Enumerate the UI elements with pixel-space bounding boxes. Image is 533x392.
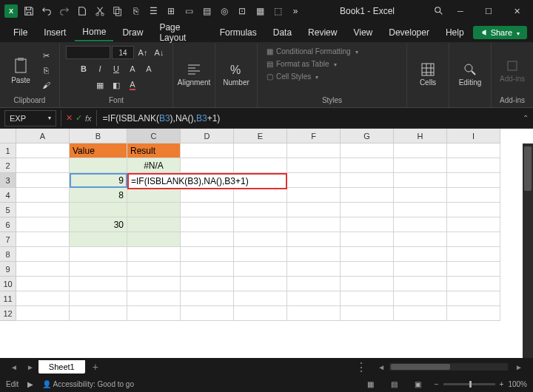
macro-icon[interactable]: ▶ (27, 380, 33, 388)
accessibility-status[interactable]: 👤 Accessibility: Good to go (42, 380, 134, 388)
cut-button[interactable]: ✂ (38, 49, 53, 62)
cell-g1[interactable] (341, 143, 394, 158)
zoom-slider[interactable] (443, 383, 495, 385)
cell-b6[interactable]: 30 (70, 217, 127, 232)
column-header-e[interactable]: E (234, 129, 287, 143)
cell-i5[interactable] (447, 203, 500, 217)
close-button[interactable]: ✕ (503, 1, 530, 21)
cell-h6[interactable] (394, 217, 447, 232)
font-style-a2[interactable]: A (141, 62, 156, 75)
cell-h12[interactable] (394, 306, 447, 321)
cell-e5[interactable] (234, 203, 287, 217)
cell-g3[interactable] (341, 173, 394, 188)
name-box[interactable]: EXP▾ (4, 110, 56, 126)
qat-btn-13[interactable]: ◎ (216, 3, 232, 19)
expand-formula-bar-button[interactable]: ⌃ (518, 114, 533, 122)
cell-d11[interactable] (181, 291, 234, 306)
fx-button[interactable]: fx (85, 114, 92, 123)
row-header-1[interactable]: 1 (0, 143, 16, 158)
select-all-corner[interactable] (0, 129, 16, 143)
cell-h11[interactable] (394, 291, 447, 306)
qat-btn-10[interactable]: ⊞ (163, 3, 179, 19)
column-header-i[interactable]: I (447, 129, 500, 143)
share-button[interactable]: Share (473, 26, 527, 39)
row-header-3[interactable]: 3 (0, 173, 16, 188)
cell-i9[interactable] (447, 262, 500, 277)
cell-d9[interactable] (181, 262, 234, 277)
cell-i3[interactable] (447, 173, 500, 188)
cell-i12[interactable] (447, 306, 500, 321)
cell-f5[interactable] (287, 203, 341, 217)
hscroll-left[interactable]: ◄ (373, 363, 389, 371)
format-as-table-button[interactable]: ▤ Format as Table (264, 58, 340, 70)
minimize-button[interactable]: ─ (447, 1, 474, 21)
decrease-font-button[interactable]: A↓ (152, 46, 167, 59)
cell-e9[interactable] (234, 262, 287, 277)
cell-c9[interactable] (127, 262, 181, 277)
zoom-in-button[interactable]: + (500, 380, 504, 388)
cell-d7[interactable] (181, 232, 234, 247)
cell-c11[interactable] (127, 291, 181, 306)
cells-button[interactable]: Cells (413, 53, 443, 97)
cell-c5[interactable] (127, 203, 181, 217)
cell-b10[interactable] (70, 277, 127, 291)
page-layout-view-button[interactable]: ▤ (387, 378, 402, 390)
cell-e4[interactable] (234, 188, 287, 203)
cell-h9[interactable] (394, 262, 447, 277)
column-header-f[interactable]: F (287, 129, 341, 143)
cut-icon[interactable] (92, 3, 108, 19)
column-header-c[interactable]: C (127, 129, 181, 143)
menu-page-layout[interactable]: Page Layout (152, 19, 210, 46)
redo-icon[interactable] (56, 3, 73, 19)
cell-h8[interactable] (394, 247, 447, 262)
cell-f10[interactable] (287, 277, 341, 291)
cell-g9[interactable] (341, 262, 394, 277)
sheet-nav-left[interactable]: ◄ (6, 363, 22, 371)
cell-i7[interactable] (447, 232, 500, 247)
row-header-9[interactable]: 9 (0, 262, 16, 277)
menu-view[interactable]: View (346, 24, 380, 41)
cell-g12[interactable] (341, 306, 394, 321)
alignment-button[interactable]: Alignment (179, 53, 209, 97)
hscroll-right[interactable]: ► (511, 363, 527, 371)
number-button[interactable]: % Number (221, 53, 251, 97)
cell-a11[interactable] (16, 291, 70, 306)
cell-a1[interactable] (16, 143, 70, 158)
cell-h5[interactable] (394, 203, 447, 217)
copy-icon[interactable] (110, 3, 126, 19)
cell-d4[interactable] (181, 188, 234, 203)
qat-btn-15[interactable]: ▦ (252, 3, 268, 19)
qat-overflow[interactable]: » (287, 3, 304, 19)
cell-h7[interactable] (394, 232, 447, 247)
cell-a9[interactable] (16, 262, 70, 277)
cell-e1[interactable] (234, 143, 287, 158)
menu-home[interactable]: Home (75, 24, 113, 41)
zoom-level[interactable]: 100% (508, 380, 527, 388)
cell-b8[interactable] (70, 247, 127, 262)
row-header-12[interactable]: 12 (0, 306, 16, 321)
cell-b7[interactable] (70, 232, 127, 247)
accept-formula-button[interactable]: ✓ (76, 113, 82, 123)
app-icon[interactable]: X (3, 3, 19, 19)
cell-g2[interactable] (341, 158, 394, 173)
cell-b11[interactable] (70, 291, 127, 306)
cell-c8[interactable] (127, 247, 181, 262)
cell-g5[interactable] (341, 203, 394, 217)
bold-button[interactable]: B (76, 62, 91, 75)
cell-b5[interactable] (70, 203, 127, 217)
cell-h4[interactable] (394, 188, 447, 203)
cell-a5[interactable] (16, 203, 70, 217)
font-color-button[interactable]: A (125, 78, 140, 92)
row-header-6[interactable]: 6 (0, 217, 16, 232)
cell-f3[interactable] (287, 173, 341, 188)
cell-c1[interactable]: Result (127, 143, 181, 158)
cell-g10[interactable] (341, 277, 394, 291)
cell-f4[interactable] (287, 188, 341, 203)
cell-c6[interactable] (127, 217, 181, 232)
cell-d8[interactable] (181, 247, 234, 262)
cells-area[interactable]: ValueResult#N/A9830 (16, 143, 500, 321)
cell-h10[interactable] (394, 277, 447, 291)
column-header-a[interactable]: A (16, 129, 70, 143)
menu-file[interactable]: File (6, 24, 35, 41)
qat-btn-14[interactable]: ⊡ (234, 3, 250, 19)
